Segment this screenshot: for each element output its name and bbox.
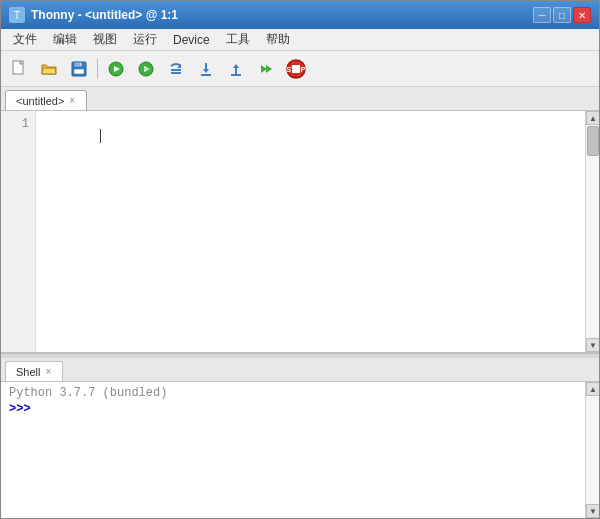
menu-bar: 文件 编辑 视图 运行 Device 工具 帮助: [1, 29, 599, 51]
save-file-button[interactable]: [65, 55, 93, 83]
scrollbar-thumb[interactable]: [587, 126, 599, 156]
editor-tab-label: <untitled>: [16, 95, 64, 107]
step-out-icon: [227, 60, 245, 78]
editor-area: <untitled> × 1 ▲ ▼: [1, 87, 599, 354]
svg-marker-20: [266, 65, 272, 73]
open-file-button[interactable]: [35, 55, 63, 83]
svg-marker-17: [233, 64, 239, 68]
menu-device[interactable]: Device: [165, 31, 218, 49]
title-bar: T Thonny - <untitled> @ 1:1 ─ □ ✕: [1, 1, 599, 29]
line-numbers: 1: [1, 111, 36, 352]
menu-file[interactable]: 文件: [5, 29, 45, 50]
shell-scrollbar-up[interactable]: ▲: [586, 382, 599, 396]
code-content[interactable]: [36, 111, 585, 352]
python-version-info: Python 3.7.7 (bundled): [9, 386, 577, 400]
shell-scrollbar-track[interactable]: [586, 396, 599, 504]
debug-icon: [137, 60, 155, 78]
editor-tab-close[interactable]: ×: [68, 95, 76, 106]
main-window: T Thonny - <untitled> @ 1:1 ─ □ ✕ 文件 编辑 …: [0, 0, 600, 519]
stop-button[interactable]: STOP: [282, 55, 310, 83]
shell-tab-close[interactable]: ×: [44, 366, 52, 377]
app-icon: T: [9, 7, 25, 23]
svg-text:STOP: STOP: [287, 66, 306, 73]
shell-tab[interactable]: Shell ×: [5, 361, 63, 381]
shell-panel: Shell × Python 3.7.7 (bundled) >>> ▲ ▼: [1, 358, 599, 518]
title-bar-left: T Thonny - <untitled> @ 1:1: [9, 7, 178, 23]
new-file-icon: [10, 60, 28, 78]
shell-text-area[interactable]: Python 3.7.7 (bundled) >>>: [1, 382, 585, 518]
editor-tab-untitled[interactable]: <untitled> ×: [5, 90, 87, 110]
toolbar: STOP: [1, 51, 599, 87]
run-icon: [107, 60, 125, 78]
toolbar-sep-1: [97, 59, 98, 79]
editor-tab-bar: <untitled> ×: [1, 87, 599, 111]
menu-view[interactable]: 视图: [85, 29, 125, 50]
menu-help[interactable]: 帮助: [258, 29, 298, 50]
new-file-button[interactable]: [5, 55, 33, 83]
shell-content: Python 3.7.7 (bundled) >>> ▲ ▼: [1, 382, 599, 518]
close-button[interactable]: ✕: [573, 7, 591, 23]
shell-tab-bar: Shell ×: [1, 358, 599, 382]
resume-icon: [257, 60, 275, 78]
menu-edit[interactable]: 编辑: [45, 29, 85, 50]
code-editor: 1 ▲ ▼: [1, 111, 599, 354]
text-cursor: [100, 129, 101, 143]
stop-icon: STOP: [285, 58, 307, 80]
shell-tab-label: Shell: [16, 366, 40, 378]
resume-button[interactable]: [252, 55, 280, 83]
shell-scrollbar[interactable]: ▲ ▼: [585, 382, 599, 518]
run-button[interactable]: [102, 55, 130, 83]
menu-tools[interactable]: 工具: [218, 29, 258, 50]
scrollbar-up-arrow[interactable]: ▲: [586, 111, 599, 125]
save-file-icon: [70, 60, 88, 78]
maximize-button[interactable]: □: [553, 7, 571, 23]
title-controls: ─ □ ✕: [533, 7, 591, 23]
svg-rect-3: [74, 69, 84, 74]
menu-run[interactable]: 运行: [125, 29, 165, 50]
line-number-1: 1: [1, 115, 35, 133]
step-out-button[interactable]: [222, 55, 250, 83]
editor-scrollbar[interactable]: ▲ ▼: [585, 111, 599, 352]
step-over-button[interactable]: [162, 55, 190, 83]
step-over-icon: [167, 60, 185, 78]
step-into-button[interactable]: [192, 55, 220, 83]
svg-rect-4: [80, 63, 82, 66]
minimize-button[interactable]: ─: [533, 7, 551, 23]
debug-button[interactable]: [132, 55, 160, 83]
shell-scrollbar-down[interactable]: ▼: [586, 504, 599, 518]
scrollbar-down-arrow[interactable]: ▼: [586, 338, 599, 352]
window-title: Thonny - <untitled> @ 1:1: [31, 8, 178, 22]
svg-marker-14: [203, 69, 209, 73]
scrollbar-track[interactable]: [586, 125, 599, 338]
step-into-icon: [197, 60, 215, 78]
shell-prompt: >>>: [9, 402, 577, 416]
open-file-icon: [40, 60, 58, 78]
